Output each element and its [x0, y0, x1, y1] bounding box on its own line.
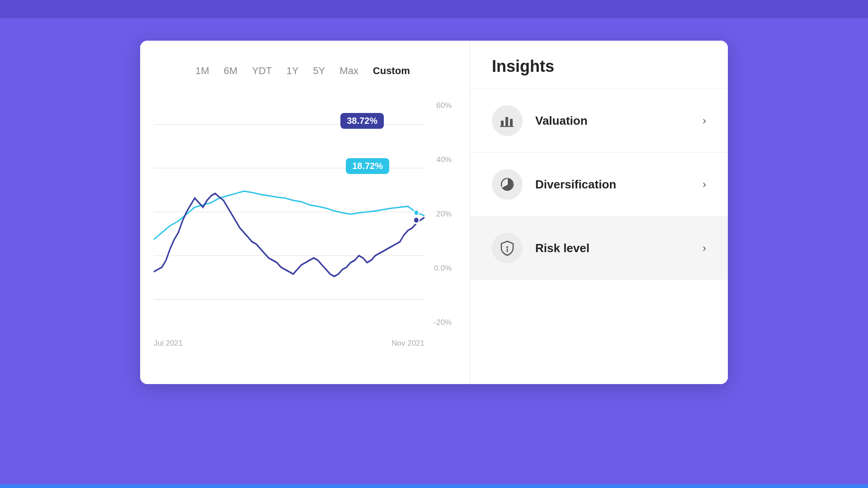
insight-valuation[interactable]: Valuation ›	[470, 89, 728, 153]
filter-6m[interactable]: 6M	[224, 63, 238, 79]
svg-rect-10	[500, 126, 514, 127]
svg-rect-8	[505, 117, 508, 126]
x-label-nov: Nov 2021	[392, 339, 425, 348]
valuation-chevron-icon: ›	[703, 114, 706, 127]
y-label-40: 40%	[434, 155, 452, 164]
svg-point-6	[414, 210, 419, 216]
y-label-0: 0.0%	[434, 264, 452, 273]
svg-point-14	[506, 246, 508, 248]
time-filters: 1M 6M YDT 1Y 5Y Max Custom	[154, 63, 452, 79]
svg-point-5	[413, 217, 419, 223]
diversification-icon-circle	[492, 169, 523, 200]
valuation-label: Valuation	[535, 114, 690, 128]
filter-1y[interactable]: 1Y	[286, 63, 298, 79]
x-axis: Jul 2021 Nov 2021	[154, 339, 452, 348]
svg-rect-9	[510, 119, 513, 126]
insights-title: Insights	[492, 57, 706, 76]
chart-svg: 38.72% 18.72%	[154, 97, 425, 332]
pie-chart-icon	[499, 176, 515, 192]
diversification-label: Diversification	[535, 178, 690, 192]
y-label-neg20: -20%	[434, 318, 452, 327]
filter-max[interactable]: Max	[340, 63, 359, 79]
bar-chart-icon	[499, 113, 515, 129]
chart-panel: 1M 6M YDT 1Y 5Y Max Custom	[140, 41, 470, 384]
risk-icon-circle	[492, 233, 523, 263]
bottom-bar	[0, 484, 868, 488]
risk-level-chevron-icon: ›	[703, 242, 706, 254]
filter-custom[interactable]: Custom	[373, 63, 410, 79]
shield-icon	[499, 240, 515, 256]
diversification-chevron-icon: ›	[703, 178, 706, 191]
insight-diversification[interactable]: Diversification ›	[470, 153, 728, 216]
valuation-icon-circle	[492, 105, 523, 136]
filter-ydt[interactable]: YDT	[252, 63, 272, 79]
y-axis: 60% 40% 20% 0.0% -20%	[434, 97, 452, 332]
top-bar	[0, 0, 868, 18]
chart-area: 38.72% 18.72% 60% 40% 20% 0.0% -20%	[154, 97, 452, 332]
x-label-jul: Jul 2021	[154, 339, 183, 348]
filter-5y[interactable]: 5Y	[313, 63, 325, 79]
risk-level-label: Risk level	[535, 241, 690, 255]
main-container: 1M 6M YDT 1Y 5Y Max Custom	[140, 41, 728, 384]
y-label-20: 20%	[434, 210, 452, 219]
insight-risk-level[interactable]: Risk level ›	[470, 216, 728, 280]
insights-header: Insights	[470, 41, 728, 89]
svg-rect-7	[501, 121, 504, 126]
filter-1m[interactable]: 1M	[195, 63, 209, 79]
y-label-60: 60%	[434, 101, 452, 110]
insights-panel: Insights Valuation ›	[470, 41, 728, 384]
